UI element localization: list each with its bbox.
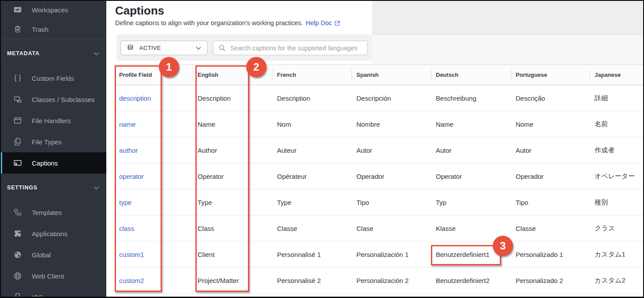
sidebar-item-label: Custom Fields xyxy=(32,75,74,82)
table-row: classClassClasseClaseKlasseClasseクラス xyxy=(114,215,643,241)
captions-table: Profile FieldEnglishFrenchSpanishDeutsch… xyxy=(114,64,643,294)
caption-cell: Nome xyxy=(511,111,590,137)
table-row: nameNameNomNombreNameNome名前 xyxy=(114,111,643,137)
caption-cell: Personalización 1 xyxy=(352,241,431,267)
caption-cell: Operador xyxy=(352,163,431,189)
sidebar-item-custom-fields[interactable]: Custom Fields xyxy=(0,68,106,89)
web-client-icon xyxy=(13,271,22,281)
profile-field-link[interactable]: operator xyxy=(114,163,193,189)
caption-cell: Classe xyxy=(272,215,352,241)
caption-cell: Typ xyxy=(431,189,511,215)
column-header-french: French xyxy=(272,65,352,85)
sidebar-section-title: METADATA xyxy=(7,50,93,57)
sidebar: WorkspacesTrashMETADATACustom FieldsClas… xyxy=(0,0,106,298)
caption-cell: Clase xyxy=(352,215,431,241)
caption-cell: Name xyxy=(431,111,511,137)
table-row: descriptionDescriptionDescriptionDescrip… xyxy=(114,85,643,111)
caption-cell: オペレーター xyxy=(590,163,643,189)
sidebar-item-global[interactable]: Global xyxy=(0,244,106,265)
page-subtitle: Define captions to align with your organ… xyxy=(115,19,341,26)
sidebar-item-file-types[interactable]: File Types xyxy=(0,131,106,152)
sidebar-item-label: Workspaces xyxy=(32,6,68,14)
column-header-spanish: Spanish xyxy=(352,65,431,85)
profile-field-link[interactable]: custom2 xyxy=(114,268,193,293)
sidebar-item-label: Global xyxy=(32,251,51,259)
caption-cell: Class xyxy=(193,215,272,241)
profile-field-link[interactable]: class xyxy=(114,215,193,241)
trash-icon xyxy=(13,24,22,34)
sidebar-item-trash[interactable]: Trash xyxy=(0,19,106,39)
search-input[interactable] xyxy=(213,41,368,55)
caption-cell: カスタム1 xyxy=(590,241,643,267)
caption-cell: Benutzerdefiniert2 xyxy=(431,268,511,293)
table-header-row: Profile FieldEnglishFrenchSpanishDeutsch… xyxy=(114,65,643,85)
caption-cell: Klasse xyxy=(431,215,511,241)
app-window: WorkspacesTrashMETADATACustom FieldsClas… xyxy=(0,0,644,298)
chevron-down-icon xyxy=(93,184,100,192)
sidebar-item-captions[interactable]: Captions xyxy=(0,152,106,174)
sidebar-item-label: File Handlers xyxy=(32,117,71,124)
sidebar-section-metadata[interactable]: METADATA xyxy=(0,39,106,68)
caption-cell: カスタム2 xyxy=(590,268,643,293)
main-content: Captions Define captions to align with y… xyxy=(106,0,644,298)
status-filter-dropdown[interactable]: ACTIVE xyxy=(120,41,208,55)
caption-cell: 名前 xyxy=(590,111,643,137)
caption-cell: Type xyxy=(193,189,272,215)
captions-icon xyxy=(13,158,22,168)
caption-cell: Operator xyxy=(193,163,272,189)
profile-field-link[interactable]: custom1 xyxy=(114,241,193,267)
caption-cell: Tipo xyxy=(511,189,590,215)
captions-search xyxy=(213,41,368,55)
table-row: operatorOperatorOpérateurOperadorOperato… xyxy=(114,163,643,189)
caption-cell: 作成者 xyxy=(590,137,643,163)
caption-cell: Classe xyxy=(511,215,590,241)
caption-cell: Descripción xyxy=(352,85,431,111)
caption-cell: Type xyxy=(272,189,352,215)
caption-cell: Nombre xyxy=(352,111,431,137)
classes-icon xyxy=(13,94,22,104)
caption-cell: Personalizado 1 xyxy=(511,241,590,267)
sidebar-section-settings[interactable]: SETTINGS xyxy=(0,174,106,202)
caption-cell: Auteur xyxy=(272,137,352,163)
sidebar-item-workspaces[interactable]: Workspaces xyxy=(0,0,106,19)
caption-cell: Descrição xyxy=(511,85,590,111)
caption-cell: Personnalisé 2 xyxy=(272,268,352,293)
caption-cell: Nom xyxy=(272,111,352,137)
sidebar-item-templates[interactable]: Templates xyxy=(0,202,106,223)
caption-cell: Client xyxy=(193,241,272,267)
caption-cell: Personalizado 2 xyxy=(511,268,590,293)
header-right-panel xyxy=(372,1,644,34)
database-icon xyxy=(126,44,135,52)
column-header-portuguese: Portuguese xyxy=(511,65,590,85)
caption-cell: Autor xyxy=(511,137,590,163)
sidebar-item-applications[interactable]: Applications xyxy=(0,223,106,244)
templates-icon xyxy=(13,207,22,217)
column-header-deutsch: Deutsch xyxy=(431,65,511,85)
sidebar-item-web-client[interactable]: Web Client xyxy=(0,265,106,287)
table-row: custom1ClientPersonnalisé 1Personalizaci… xyxy=(114,241,643,268)
sidebar-item-file-handlers[interactable]: File Handlers xyxy=(0,110,106,131)
help-doc-link[interactable]: Help Doc xyxy=(306,19,341,26)
caption-cell: 種別 xyxy=(590,189,643,215)
caption-cell: Author xyxy=(193,137,272,163)
caption-cell: Description xyxy=(193,85,272,111)
caption-cell: Beschreibung xyxy=(431,85,511,111)
chevron-down-icon xyxy=(93,50,100,57)
profile-field-link[interactable]: author xyxy=(114,137,193,163)
page-subtitle-text: Define captions to align with your organ… xyxy=(115,19,303,26)
caption-cell: Tipo xyxy=(352,189,431,215)
profile-field-link[interactable]: description xyxy=(114,85,193,111)
file-types-icon xyxy=(13,137,22,147)
caption-cell: Autor xyxy=(431,137,511,163)
profile-field-link[interactable]: type xyxy=(114,189,193,215)
sidebar-item-label: Templates xyxy=(32,209,62,216)
sidebar-item-label: Captions xyxy=(32,159,58,167)
sidebar-item-classes-subclasses[interactable]: Classes / Subclasses xyxy=(0,89,106,110)
caption-cell: Benutzerdefiniert1 xyxy=(431,241,511,267)
profile-field-link[interactable]: name xyxy=(114,111,193,137)
external-link-icon xyxy=(334,20,341,26)
caption-cell: Description xyxy=(272,85,352,111)
sidebar-item-label: Web Client xyxy=(32,272,64,280)
sidebar-item-ios[interactable]: iOS xyxy=(0,287,106,298)
column-header-english: English xyxy=(193,65,272,85)
